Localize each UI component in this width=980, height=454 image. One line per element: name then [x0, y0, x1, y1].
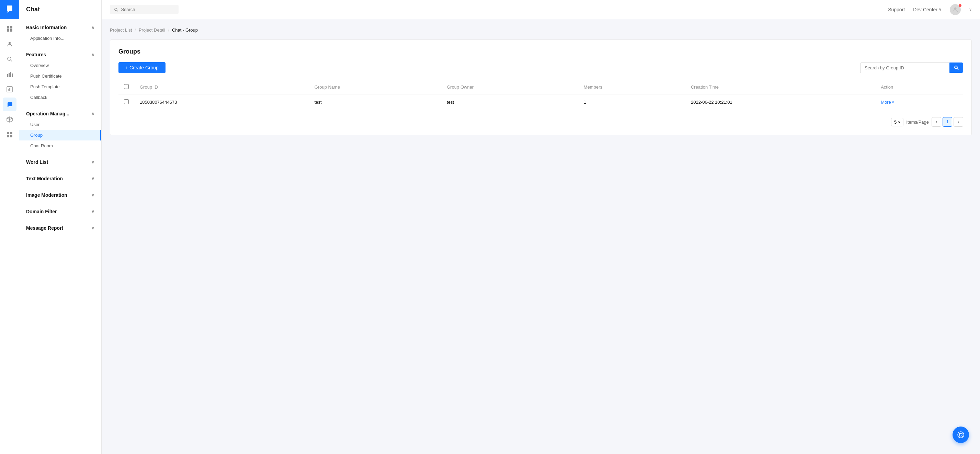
cell-action: More ∨ — [875, 94, 963, 110]
svg-rect-1 — [10, 26, 12, 29]
groups-table-element: Group ID Group Name Group Owner Members … — [118, 80, 963, 110]
toolbar: + Create Group — [118, 62, 963, 73]
breadcrumb-project-list[interactable]: Project List — [110, 27, 132, 33]
search-group — [860, 62, 963, 73]
svg-rect-10 — [12, 73, 13, 77]
operation-management-header[interactable]: Operation Manag... ∧ — [19, 108, 101, 119]
features-header[interactable]: Features ∧ — [19, 49, 101, 60]
svg-rect-3 — [10, 29, 12, 32]
section-word-list: Word List ∨ — [19, 154, 101, 170]
dev-center-dropdown[interactable]: Dev Center ∨ — [913, 7, 942, 12]
th-group-owner: Group Owner — [441, 80, 578, 94]
row-checkbox-cell — [118, 94, 134, 110]
text-moderation-header[interactable]: Text Moderation ∨ — [19, 173, 101, 184]
row-checkbox[interactable] — [124, 99, 129, 104]
page-size-select[interactable]: 5 ∨ — [891, 118, 904, 126]
th-members: Members — [578, 80, 686, 94]
nav-dashboard-icon[interactable] — [3, 22, 16, 36]
next-page-button[interactable]: › — [954, 117, 963, 127]
select-all-checkbox[interactable] — [124, 84, 129, 89]
create-group-button[interactable]: + Create Group — [118, 62, 165, 73]
chevron-down-icon: ∨ — [91, 193, 94, 198]
main-area: Support Dev Center ∨ ∨ Project List / — [102, 0, 980, 454]
table-body: 185038076444673 test test 1 2022-06-22 1… — [118, 94, 963, 110]
chevron-down-icon: ∨ — [892, 100, 894, 104]
sidebar-item-overview[interactable]: Overview — [19, 60, 101, 71]
page-title: Groups — [118, 48, 963, 55]
cell-members: 1 — [578, 94, 686, 110]
page-content: Project List / Project Detail / Chat - G… — [102, 19, 980, 454]
avatar-icon — [952, 6, 958, 13]
svg-rect-18 — [7, 135, 9, 137]
page-1-button[interactable]: 1 — [943, 117, 952, 127]
sidebar-item-group[interactable]: Group — [19, 130, 101, 140]
nav-grid-icon[interactable] — [3, 128, 16, 142]
app-logo — [0, 0, 19, 19]
nav-chat-icon[interactable] — [3, 97, 16, 111]
svg-rect-8 — [9, 73, 10, 77]
chevron-down-icon: ∨ — [939, 7, 942, 12]
image-moderation-header[interactable]: Image Moderation ∨ — [19, 190, 101, 201]
domain-filter-header[interactable]: Domain Filter ∨ — [19, 206, 101, 217]
pagination: 5 ∨ Items/Page ‹ 1 › — [118, 117, 963, 127]
section-text-moderation: Text Moderation ∨ — [19, 170, 101, 187]
chevron-down-icon: ∨ — [91, 209, 94, 214]
notification-dot — [959, 4, 961, 7]
more-action-link[interactable]: More ∨ — [881, 100, 958, 105]
topbar-search-input[interactable] — [121, 7, 175, 12]
svg-rect-16 — [7, 132, 9, 134]
breadcrumb: Project List / Project Detail / Chat - G… — [110, 27, 972, 33]
topbar-search-box[interactable] — [110, 5, 178, 14]
page-navigation: ‹ 1 › — [932, 117, 963, 127]
nav-search-icon[interactable] — [3, 52, 16, 66]
chevron-up-icon: ∧ — [91, 111, 94, 116]
th-creation-time: Creation Time — [686, 80, 875, 94]
table-header: Group ID Group Name Group Owner Members … — [118, 80, 963, 94]
sidebar-item-application-info[interactable]: Application Info... — [19, 33, 101, 44]
support-icon — [957, 431, 965, 439]
nav-analytics-icon[interactable] — [3, 83, 16, 96]
fab-support[interactable] — [953, 427, 969, 443]
chevron-down-icon: ∨ — [91, 226, 94, 231]
chevron-down-icon: ∨ — [898, 120, 900, 124]
sidebar-item-chat-room[interactable]: Chat Room — [19, 140, 101, 151]
prev-page-button[interactable]: ‹ — [932, 117, 941, 127]
nav-package-icon[interactable] — [3, 113, 16, 126]
left-sidebar: Chat Basic Information ∧ Application Inf… — [19, 0, 102, 454]
sidebar-item-push-template[interactable]: Push Template — [19, 81, 101, 92]
chevron-up-icon: ∧ — [91, 25, 94, 30]
word-list-header[interactable]: Word List ∨ — [19, 157, 101, 167]
groups-panel: Groups + Create Group — [110, 40, 972, 135]
user-avatar-wrap[interactable] — [950, 4, 961, 15]
svg-point-4 — [9, 42, 11, 44]
group-id-search-input[interactable] — [860, 62, 950, 73]
cell-group-id: 185038076444673 — [134, 94, 309, 110]
svg-rect-2 — [7, 29, 9, 32]
nav-users-icon[interactable] — [3, 37, 16, 51]
svg-line-30 — [962, 436, 963, 437]
message-report-header[interactable]: Message Report ∨ — [19, 223, 101, 234]
svg-line-6 — [11, 60, 12, 62]
nav-charts-icon[interactable] — [3, 67, 16, 81]
sidebar-item-user[interactable]: User — [19, 119, 101, 130]
table-row: 185038076444673 test test 1 2022-06-22 1… — [118, 94, 963, 110]
cell-group-name: test — [309, 94, 441, 110]
groups-table: Group ID Group Name Group Owner Members … — [118, 80, 963, 110]
search-button[interactable] — [950, 62, 963, 73]
sidebar-title: Chat — [19, 0, 101, 19]
items-per-page-label: Items/Page — [906, 119, 929, 125]
sidebar-item-push-certificate[interactable]: Push Certificate — [19, 71, 101, 81]
chevron-down-icon: ∨ — [91, 160, 94, 164]
breadcrumb-project-detail[interactable]: Project Detail — [139, 27, 165, 33]
sidebar-item-callback[interactable]: Callback — [19, 92, 101, 103]
support-link[interactable]: Support — [888, 7, 905, 12]
topbar: Support Dev Center ∨ ∨ — [102, 0, 980, 19]
expand-icon[interactable]: ∨ — [969, 7, 972, 12]
topbar-right: Support Dev Center ∨ ∨ — [888, 4, 972, 15]
th-action: Action — [875, 80, 963, 94]
basic-information-header[interactable]: Basic Information ∧ — [19, 22, 101, 33]
svg-line-29 — [958, 436, 960, 437]
section-domain-filter: Domain Filter ∨ — [19, 203, 101, 220]
breadcrumb-separator-1: / — [135, 27, 136, 33]
svg-rect-17 — [10, 132, 12, 134]
